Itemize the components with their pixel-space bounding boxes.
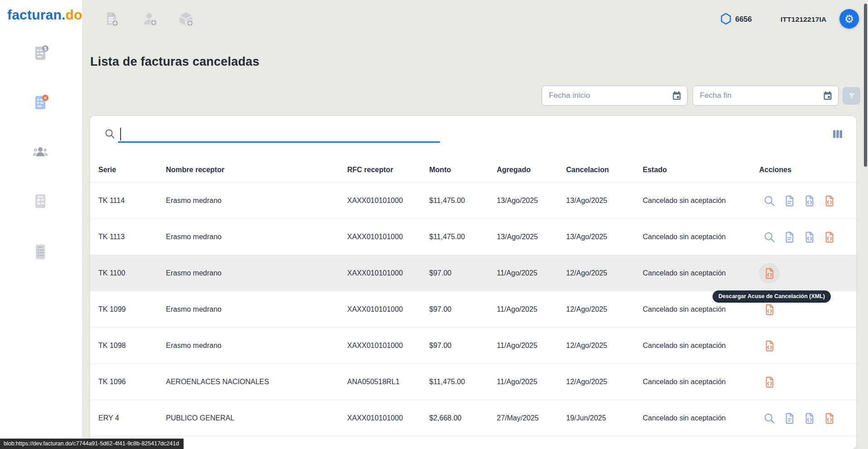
calendar-icon[interactable]: [671, 90, 682, 103]
cell-estado: Cancelado sin aceptación: [643, 183, 726, 219]
cell-agregado: 27/May/2025: [497, 400, 539, 436]
cell-monto: $11,475.00: [429, 183, 465, 219]
file-document-icon[interactable]: [783, 194, 796, 208]
file-xml-cancel-icon[interactable]: [823, 231, 836, 244]
cell-estado: Cancelado sin aceptación: [643, 255, 726, 291]
row-actions: [763, 328, 776, 364]
search-icon[interactable]: [763, 231, 776, 244]
cell-nombre: PUBLICO GENERAL: [166, 400, 234, 436]
column-header-agregado: Agregado: [497, 158, 531, 182]
brand-text-blue: facturan: [7, 7, 62, 22]
report-document-icon: [30, 241, 51, 262]
person-plus-icon: [141, 10, 160, 29]
cell-estado: Cancelado sin aceptación: [643, 219, 726, 255]
row-actions: [763, 400, 836, 436]
hovered-action-background: [759, 263, 780, 284]
filter-button[interactable]: [843, 87, 860, 105]
column-header-cancelacion: Cancelacion: [566, 158, 609, 182]
column-header-serie: Serie: [98, 158, 116, 182]
table-header: Serie Nombre receptor RFC receptor Monto…: [90, 158, 856, 182]
date-end-input[interactable]: [700, 86, 818, 105]
search-icon[interactable]: [763, 194, 776, 208]
cell-monto: $97.00: [429, 291, 451, 328]
column-header-nombre: Nombre receptor: [166, 158, 224, 182]
table-row: TK 1113Erasmo medranoXAXX010101000$11,47…: [90, 218, 856, 255]
cell-rfc: XAXX010101000: [347, 183, 403, 219]
cell-estado: Cancelado sin aceptación: [643, 328, 726, 364]
file-xml-cancel-icon[interactable]: [823, 194, 836, 208]
cell-agregado: 11/Ago/2025: [497, 364, 538, 400]
search-underline: [118, 141, 440, 143]
scrollbar-thumb[interactable]: [864, 4, 867, 167]
cell-nombre: Erasmo medrano: [166, 255, 222, 291]
cell-agregado: 11/Ago/2025: [497, 291, 538, 328]
sidebar-item-invoices[interactable]: $: [30, 43, 51, 64]
column-header-rfc: RFC receptor: [347, 158, 393, 182]
folio-counter: [720, 13, 732, 27]
cell-estado: Cancelado sin aceptación: [643, 364, 726, 400]
cell-rfc: XAXX010101000: [347, 400, 403, 436]
new-client-button[interactable]: [141, 10, 160, 29]
table-row: TK 1114Erasmo medranoXAXX010101000$11,47…: [90, 182, 856, 218]
table-row: TK 1098Erasmo medranoXAXX010101000$97.00…: [90, 327, 856, 363]
cell-cancelacion: 12/Ago/2025: [566, 255, 607, 291]
cell-rfc: XAXX010101000: [347, 255, 403, 291]
cell-nombre: AEROENLACES NACIONALES: [166, 364, 269, 400]
cell-rfc: XAXX010101000: [347, 219, 403, 255]
brand-text-orange: do: [66, 7, 82, 22]
file-xml-icon[interactable]: [803, 412, 816, 425]
search-icon: [104, 128, 116, 141]
sidebar-item-checklist[interactable]: [30, 191, 51, 212]
row-actions: [763, 255, 776, 291]
file-xml-cancel-icon[interactable]: [763, 376, 776, 389]
brand-logo[interactable]: facturan.do: [7, 7, 82, 23]
people-icon: [30, 142, 51, 163]
file-document-icon[interactable]: [783, 412, 796, 425]
cell-cancelacion: 13/Ago/2025: [566, 183, 607, 219]
action-tooltip: Descargar Acuse de Cancelación (XML): [713, 290, 831, 303]
new-invoice-button[interactable]: [102, 10, 121, 29]
sidebar-item-clients[interactable]: [30, 142, 51, 163]
file-xml-cancel-icon[interactable]: [763, 267, 776, 280]
cell-rfc: ANA050518RL1: [347, 364, 400, 400]
date-start-input[interactable]: [549, 86, 667, 105]
folio-count: 6656: [735, 15, 752, 24]
table-row-partial: [90, 436, 856, 449]
file-document-icon[interactable]: [783, 231, 796, 244]
row-actions: [763, 183, 836, 219]
file-xml-cancel-icon[interactable]: [763, 339, 776, 352]
calendar-icon[interactable]: [822, 90, 833, 103]
funnel-icon: [847, 91, 857, 101]
cell-cancelacion: 12/Ago/2025: [566, 364, 607, 400]
checklist-document-icon: [30, 191, 51, 212]
settings-button[interactable]: ⚙: [839, 9, 859, 29]
cell-serie: TK 1098: [98, 328, 126, 364]
cell-monto: $2,668.00: [429, 400, 461, 436]
file-xml-cancel-icon[interactable]: [823, 412, 836, 425]
sidebar: facturan.do $ ×: [0, 0, 82, 449]
cell-nombre: Erasmo medrano: [166, 328, 222, 364]
gear-icon: ⚙: [844, 14, 854, 24]
cell-serie: TK 1099: [98, 291, 126, 328]
cell-serie: TK 1114: [98, 183, 125, 219]
status-url-bar: blob:https://dev.facturan.do/c7744a91-5d…: [0, 439, 184, 449]
columns-icon[interactable]: [833, 129, 843, 141]
hexagon-icon: [720, 13, 732, 25]
invoices-card: Serie Nombre receptor RFC receptor Monto…: [90, 116, 856, 449]
svg-text:×: ×: [44, 95, 47, 101]
file-xml-icon[interactable]: [803, 231, 816, 244]
column-header-acciones: Acciones: [759, 158, 791, 182]
cell-agregado: 13/Ago/2025: [497, 183, 538, 219]
cell-cancelacion: 12/Ago/2025: [566, 291, 607, 328]
file-xml-cancel-icon[interactable]: [763, 303, 776, 316]
sidebar-item-cancelled-invoices[interactable]: ×: [30, 92, 51, 113]
cell-agregado: 13/Ago/2025: [497, 219, 538, 255]
search-input[interactable]: [122, 128, 439, 140]
document-plus-icon: [102, 10, 121, 29]
cell-cancelacion: 19/Jun/2025: [566, 400, 606, 436]
file-xml-icon[interactable]: [803, 194, 816, 208]
page-title: Lista de facturas canceladas: [90, 55, 259, 69]
new-product-button[interactable]: [176, 10, 195, 29]
sidebar-item-reports[interactable]: [30, 241, 51, 262]
search-icon[interactable]: [763, 412, 776, 425]
